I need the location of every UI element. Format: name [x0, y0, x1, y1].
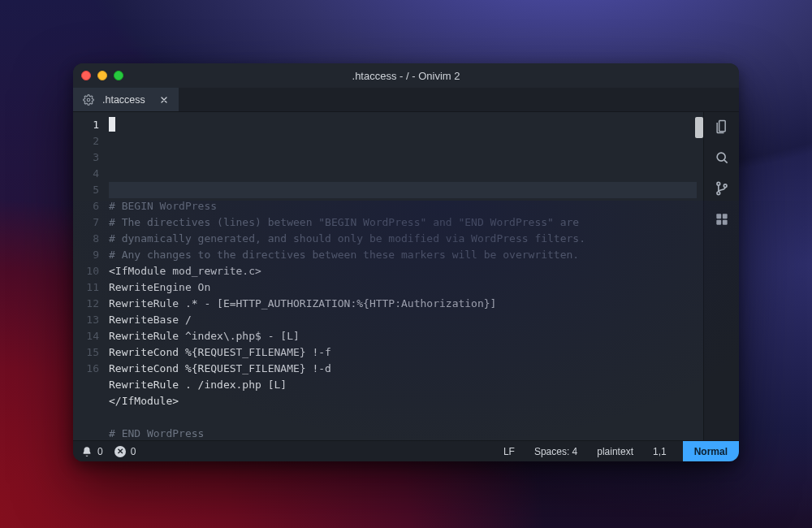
- line-number: 14: [73, 328, 107, 344]
- grid-icon[interactable]: [714, 211, 730, 227]
- line-number-gutter: 12345678910111213141516: [73, 112, 107, 440]
- line-number: 4: [73, 166, 107, 182]
- search-icon[interactable]: [714, 149, 730, 166]
- code-line[interactable]: [109, 182, 697, 198]
- line-number: 15: [73, 344, 107, 361]
- code-line[interactable]: # END WordPress: [109, 426, 697, 440]
- text-editor[interactable]: # BEGIN WordPress# The directives (lines…: [107, 112, 703, 440]
- language-indicator[interactable]: plaintext: [594, 441, 637, 461]
- line-number: 16: [73, 361, 107, 377]
- line-number: 10: [73, 263, 107, 279]
- window-title: .htaccess - / - Onivim 2: [146, 70, 666, 82]
- code-line[interactable]: <IfModule mod_rewrite.c>: [109, 263, 697, 279]
- line-number: 11: [73, 279, 107, 296]
- svg-rect-5: [716, 214, 721, 219]
- svg-rect-6: [722, 214, 727, 219]
- notifications-indicator[interactable]: 0: [81, 446, 103, 457]
- line-number: 5: [73, 182, 107, 198]
- code-line[interactable]: # The directives (lines) between "BEGIN …: [109, 214, 697, 231]
- minimize-window-button[interactable]: [97, 71, 107, 80]
- line-number: 1: [73, 117, 107, 133]
- code-line[interactable]: RewriteRule ^index\.php$ - [L]: [109, 328, 697, 344]
- line-number: 8: [73, 231, 107, 247]
- code-line[interactable]: RewriteCond %{REQUEST_FILENAME} !-f: [109, 344, 697, 361]
- zoom-window-button[interactable]: [114, 71, 123, 80]
- svg-rect-7: [716, 220, 721, 225]
- code-line[interactable]: # dynamically generated, and should only…: [109, 231, 697, 247]
- line-number: 12: [73, 296, 107, 312]
- line-number: 6: [73, 198, 107, 214]
- svg-point-3: [717, 192, 720, 195]
- svg-rect-8: [722, 220, 727, 225]
- tab-bar: .htaccess: [73, 88, 739, 112]
- error-count: 0: [131, 446, 136, 457]
- vim-mode-indicator: Normal: [683, 441, 739, 461]
- svg-point-0: [87, 98, 90, 102]
- code-line[interactable]: RewriteRule .* - [E=HTTP_AUTHORIZATION:%…: [109, 296, 697, 312]
- code-line[interactable]: RewriteCond %{REQUEST_FILENAME} !-d: [109, 361, 697, 377]
- line-number: 3: [73, 149, 107, 166]
- cursor-position[interactable]: 1,1: [650, 441, 670, 461]
- notifications-count: 0: [97, 446, 103, 457]
- tab-label: .htaccess: [102, 94, 145, 106]
- code-line[interactable]: </IfModule>: [109, 393, 697, 409]
- problems-indicator[interactable]: ✕ 0: [114, 446, 136, 457]
- error-icon: ✕: [114, 446, 126, 457]
- files-icon[interactable]: [714, 119, 730, 135]
- eol-indicator[interactable]: LF: [500, 441, 518, 461]
- code-line[interactable]: RewriteBase /: [109, 312, 697, 328]
- bell-icon: [81, 446, 93, 457]
- branch-icon[interactable]: [714, 180, 730, 197]
- close-window-button[interactable]: [81, 71, 91, 80]
- gear-icon: [83, 94, 94, 106]
- code-line[interactable]: # BEGIN WordPress: [109, 198, 697, 214]
- line-number: 7: [73, 214, 107, 231]
- line-number: 2: [73, 133, 107, 149]
- code-line[interactable]: RewriteEngine On: [109, 279, 697, 296]
- text-cursor: [109, 117, 115, 132]
- svg-point-1: [717, 153, 725, 161]
- close-icon[interactable]: [159, 95, 169, 105]
- editor-area[interactable]: 12345678910111213141516 # BEGIN WordPres…: [73, 112, 703, 440]
- titlebar[interactable]: .htaccess - / - Onivim 2: [73, 63, 739, 88]
- code-line[interactable]: RewriteRule . /index.php [L]: [109, 377, 697, 393]
- line-number: 13: [73, 312, 107, 328]
- svg-point-2: [717, 182, 720, 185]
- code-line[interactable]: [109, 409, 697, 426]
- scrollbar-thumb[interactable]: [695, 117, 703, 138]
- status-bar: 0 ✕ 0 LF Spaces: 4 plaintext 1,1 Normal: [73, 440, 739, 461]
- desktop-wallpaper: .htaccess - / - Onivim 2 .htaccess 12345…: [0, 0, 812, 528]
- line-number: 9: [73, 247, 107, 263]
- editor-window: .htaccess - / - Onivim 2 .htaccess 12345…: [73, 63, 739, 461]
- svg-point-4: [723, 184, 727, 188]
- window-controls: [81, 71, 146, 80]
- tab-htaccess[interactable]: .htaccess: [73, 88, 179, 111]
- code-line[interactable]: # Any changes to the directives between …: [109, 247, 697, 263]
- indent-indicator[interactable]: Spaces: 4: [531, 441, 581, 461]
- activity-bar: [703, 112, 739, 440]
